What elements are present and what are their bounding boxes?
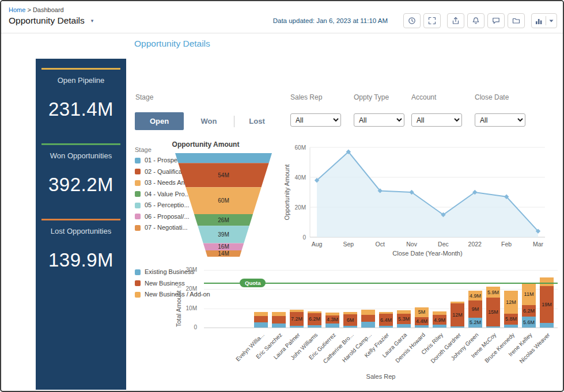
bar-segment-existing[interactable] <box>379 326 393 328</box>
bar-segment-addon[interactable] <box>433 311 446 315</box>
bar-segment-new[interactable] <box>254 316 268 322</box>
bar-segment-addon[interactable] <box>254 312 268 316</box>
bar-segment-addon[interactable] <box>361 310 375 315</box>
schedule-button[interactable] <box>403 13 421 28</box>
bar-segment-existing[interactable] <box>540 323 554 328</box>
bar-segment-existing[interactable] <box>361 322 375 328</box>
bar-chris-riley[interactable]: 4.9M <box>433 311 446 328</box>
bar-segment-existing[interactable] <box>433 325 446 328</box>
oppty-type-select[interactable]: All <box>354 113 404 127</box>
bar-laura-palmer[interactable]: 7.2M <box>290 310 304 328</box>
bar-segment-new[interactable]: 7.2M <box>290 312 304 326</box>
bar-segment-new[interactable]: 5.8M <box>504 314 518 325</box>
bar-nicolas-weaver[interactable]: 19M <box>540 277 554 328</box>
bar-x-axis-title: Sales Rep <box>204 373 558 380</box>
quota-badge[interactable]: Quota <box>240 279 266 287</box>
bar-catherine-bro[interactable]: 6M <box>343 312 357 328</box>
bar-segment-new[interactable]: 5.3M <box>397 314 411 324</box>
sales-rep-select[interactable]: All <box>290 113 341 127</box>
legend-swatch <box>135 180 141 186</box>
caret-down-icon <box>549 20 554 22</box>
bar-segment-addon[interactable]: 4.9M <box>468 291 482 300</box>
bar-bruce-kennedy[interactable]: 12M5.8M <box>504 291 518 328</box>
line-chart: 020M40M60MAugSepOctNovDec2022FebMarClose… <box>282 139 553 261</box>
bar-harold-camp[interactable] <box>361 310 375 328</box>
data-updated-text: Data updated: Jan 6, 2023 at 11:10 AM <box>273 17 388 24</box>
present-button[interactable] <box>423 13 441 28</box>
gridline <box>204 289 558 290</box>
close-date-select[interactable]: All <box>475 113 525 127</box>
bar-segment-existing[interactable] <box>308 325 321 328</box>
bar-x-axis-labels: Evelyn Willia...Eric SanchezLaura Palmer… <box>204 332 558 376</box>
funnel-segment[interactable] <box>175 153 272 163</box>
bar-segment-existing[interactable]: 5.6M <box>522 317 536 328</box>
bar-segment-addon[interactable] <box>272 312 286 316</box>
bar-irene-mccoy[interactable]: 5.9M15M <box>486 287 500 328</box>
share-button[interactable] <box>447 13 464 28</box>
bar-segment-existing[interactable] <box>343 326 357 328</box>
bar-segment-new[interactable] <box>361 315 375 322</box>
bar-johnny-green[interactable]: 4.9M9M5.2M <box>468 291 482 328</box>
bar-segment-existing[interactable]: 5.2M <box>468 318 482 328</box>
bar-segment-existing[interactable] <box>325 324 339 328</box>
stage-lost-button[interactable]: Lost <box>234 117 279 125</box>
bar-segment-new[interactable]: 9M <box>468 300 482 318</box>
filter-account: Account All <box>411 93 475 127</box>
bar-segment-existing[interactable] <box>254 322 268 328</box>
title-caret-icon[interactable]: ▾ <box>91 18 94 24</box>
bar-eric-sanchez[interactable] <box>272 312 286 328</box>
stage-won-button[interactable]: Won <box>184 117 234 125</box>
bar-segment-addon[interactable]: 5M <box>415 307 429 317</box>
bar-segment-existing[interactable] <box>397 324 411 328</box>
comments-button[interactable] <box>487 13 505 28</box>
bar-segment-addon[interactable] <box>540 277 554 286</box>
bar-john-williams[interactable]: 6.2M <box>308 311 321 328</box>
bar-y-axis-ticks: 010M20M30M <box>180 267 200 332</box>
account-select[interactable]: All <box>411 113 462 127</box>
bar-segment-existing[interactable] <box>451 326 464 328</box>
legend-swatch <box>135 191 141 197</box>
bar-evelyn-willia[interactable] <box>254 312 268 328</box>
gridline <box>204 270 558 271</box>
x-tick-label: 2022 <box>468 241 482 248</box>
kpi-label: Open Pipeline <box>36 76 126 85</box>
bar-segment-new[interactable]: 12M <box>451 303 464 326</box>
breadcrumb-home-link[interactable]: Home <box>9 6 25 13</box>
bar-segment-new[interactable]: 6.2M <box>522 305 536 317</box>
bar-segment-new[interactable]: 6M <box>343 314 357 326</box>
bar-segment-existing[interactable] <box>486 326 500 328</box>
bar-laura-garza[interactable]: 5.3M <box>397 310 411 328</box>
bar-segment-new[interactable]: 6.2M <box>308 313 321 325</box>
bar-segment-new[interactable]: 19M <box>540 286 554 322</box>
bar-segment-addon[interactable]: 11M <box>522 284 536 305</box>
bar-segment-new[interactable]: 6.4M <box>379 314 393 326</box>
bar-segment-existing[interactable] <box>290 326 304 328</box>
breadcrumb: Home > Dashboard <box>9 6 64 13</box>
bar-segment-addon[interactable]: 5.9M <box>486 287 500 298</box>
bar-kelly-frazier[interactable]: 6.4M <box>379 312 393 328</box>
y-axis-title: Opportunity Amount <box>283 164 290 220</box>
bar-segment-new[interactable] <box>272 316 286 324</box>
bar-eric-gutierrez[interactable]: 4.3M <box>325 313 339 328</box>
bar-segment-addon[interactable]: 12M <box>504 291 518 314</box>
bar-irene-kelley[interactable]: 11M6.2M5.6M <box>522 284 536 328</box>
bar-doroth-gardner[interactable]: 12M <box>451 302 464 328</box>
bar-dennis-howard[interactable]: 5M4.4M <box>415 307 429 328</box>
stage-open-button[interactable]: Open <box>135 112 184 130</box>
chart-switcher-button[interactable] <box>531 13 557 28</box>
y-tick-label: 40M <box>295 174 306 181</box>
y-tick-label: 0 <box>194 324 197 330</box>
x-tick-label: Mar <box>533 241 544 248</box>
notifications-button[interactable] <box>467 13 484 28</box>
bar-segment-existing[interactable] <box>415 325 429 328</box>
bar-segment-new[interactable]: 4.3M <box>325 315 339 324</box>
bar-segment-existing[interactable] <box>504 325 518 328</box>
bar-segment-new[interactable]: 4.4M <box>415 317 429 326</box>
bar-segment-new[interactable]: 15M <box>486 298 500 326</box>
y-tick-label: 30M <box>186 267 197 273</box>
bar-segment-existing[interactable] <box>272 324 286 328</box>
save-button[interactable] <box>508 13 525 28</box>
kpi-value: 139.9M <box>36 249 126 271</box>
area-fill <box>317 152 538 237</box>
bar-segment-new[interactable]: 4.9M <box>433 315 446 324</box>
